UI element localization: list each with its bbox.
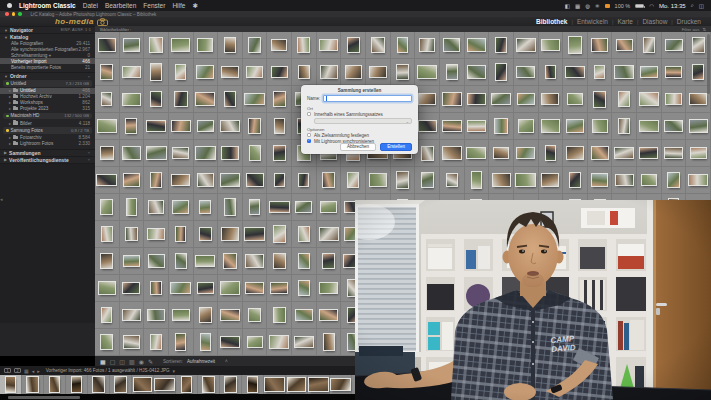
grid-photo-cell[interactable] <box>95 113 120 140</box>
filmstrip-cell[interactable] <box>22 375 44 394</box>
sync-lightroom-checkbox[interactable]: ✓ <box>307 139 311 143</box>
grid-photo-cell[interactable] <box>144 248 169 275</box>
grid-photo-cell[interactable] <box>637 59 662 86</box>
grid-photo-cell[interactable] <box>243 221 268 248</box>
grid-photo-cell[interactable] <box>317 194 342 221</box>
menu-item-bearbeiten[interactable]: Bearbeiten <box>105 2 136 9</box>
grid-photo-cell[interactable] <box>243 113 268 140</box>
grid-photo-cell[interactable] <box>563 32 588 59</box>
grid-photo-cell[interactable] <box>292 221 317 248</box>
grid-photo-cell[interactable] <box>169 167 194 194</box>
add-publish-service-button[interactable]: ＋ <box>87 157 91 162</box>
grid-photo-cell[interactable] <box>120 140 145 167</box>
sort-direction-icon[interactable]: ˄ <box>225 359 228 364</box>
grid-photo-cell[interactable] <box>292 59 317 86</box>
grid-photo-cell[interactable] <box>218 248 243 275</box>
grid-photo-cell[interactable] <box>391 32 416 59</box>
grid-photo-cell[interactable] <box>267 32 292 59</box>
folder-row[interactable]: ▸Lightroom Fotos2.330 <box>0 141 95 147</box>
grid-photo-cell[interactable] <box>341 32 366 59</box>
spotlight-icon[interactable]: ⌕ <box>691 2 694 9</box>
people-view-button[interactable]: ◉ <box>139 358 144 365</box>
grid-photo-cell[interactable] <box>120 86 145 113</box>
grid-photo-cell[interactable] <box>243 248 268 275</box>
grid-photo-cell[interactable] <box>243 302 268 329</box>
grid-photo-cell[interactable] <box>144 302 169 329</box>
grid-photo-cell[interactable] <box>169 59 194 86</box>
grid-photo-cell[interactable] <box>292 167 317 194</box>
loupe-view-button[interactable]: ▢ <box>110 358 116 365</box>
grid-photo-cell[interactable] <box>563 113 588 140</box>
menu-item-hilfe[interactable]: Hilfe <box>172 2 185 9</box>
grid-photo-cell[interactable] <box>317 302 342 329</box>
grid-photo-cell[interactable] <box>120 221 145 248</box>
folder-row[interactable]: ▸Projekte 2023315 <box>0 106 95 112</box>
filmstrip-cell[interactable] <box>220 375 242 394</box>
filter-preset-value[interactable]: Filter aus <box>682 27 700 32</box>
grid-photo-cell[interactable] <box>120 32 145 59</box>
grid-photo-cell[interactable] <box>218 302 243 329</box>
grid-photo-cell[interactable] <box>95 275 120 302</box>
grid-photo-cell[interactable] <box>144 86 169 113</box>
filmstrip-cell[interactable] <box>308 375 330 394</box>
grid-photo-cell[interactable] <box>292 194 317 221</box>
grid-photo-cell[interactable] <box>144 194 169 221</box>
grid-photo-cell[interactable] <box>120 248 145 275</box>
grid-photo-cell[interactable] <box>539 86 564 113</box>
grid-photo-cell[interactable] <box>366 59 391 86</box>
grid-photo-cell[interactable] <box>194 221 219 248</box>
volume-row[interactable]: Macintosh HD132 / 500 GB <box>3 113 92 120</box>
grid-photo-cell[interactable] <box>489 140 514 167</box>
module-karte[interactable]: Karte <box>617 18 633 25</box>
grid-photo-cell[interactable] <box>120 329 145 356</box>
flag-icon[interactable] <box>605 4 610 8</box>
back-arrow-icon[interactable]: ◂ <box>32 368 35 374</box>
grid-photo-cell[interactable] <box>169 86 194 113</box>
grid-photo-cell[interactable] <box>243 329 268 356</box>
grid-photo-cell[interactable] <box>95 248 120 275</box>
grid-photo-cell[interactable] <box>588 140 613 167</box>
grid-photo-cell[interactable] <box>440 59 465 86</box>
filmstrip-cell[interactable] <box>110 375 132 394</box>
grid-photo-cell[interactable] <box>563 167 588 194</box>
status-icon-3[interactable]: ◍ <box>585 3 590 9</box>
survey-view-button[interactable]: ▥ <box>129 358 135 365</box>
grid-photo-cell[interactable] <box>95 302 120 329</box>
grid-photo-cell[interactable] <box>391 167 416 194</box>
menu-app-name[interactable]: Lightroom Classic <box>19 2 76 9</box>
grid-shortcut-icon[interactable]: ▦ <box>24 368 29 374</box>
grid-photo-cell[interactable] <box>144 329 169 356</box>
grid-photo-cell[interactable] <box>612 59 637 86</box>
grid-photo-cell[interactable] <box>267 275 292 302</box>
grid-photo-cell[interactable] <box>317 59 342 86</box>
ordner-panel-header[interactable]: ▼ Ordner ＋ <box>0 72 95 79</box>
create-button[interactable]: Erstellen <box>380 143 412 151</box>
target-collection-checkbox[interactable] <box>307 133 311 137</box>
grid-photo-cell[interactable] <box>465 86 490 113</box>
grid-photo-cell[interactable] <box>194 329 219 356</box>
painter-tool-icon[interactable]: ✎ <box>148 358 153 365</box>
grid-photo-cell[interactable] <box>120 275 145 302</box>
grid-photo-cell[interactable] <box>267 86 292 113</box>
grid-photo-cell[interactable] <box>169 302 194 329</box>
minimize-window-button[interactable] <box>12 12 16 16</box>
grid-photo-cell[interactable] <box>194 32 219 59</box>
grid-photo-cell[interactable] <box>686 167 711 194</box>
grid-photo-cell[interactable] <box>218 86 243 113</box>
grid-photo-cell[interactable] <box>465 113 490 140</box>
filmstrip-cell[interactable] <box>154 375 176 394</box>
grid-photo-cell[interactable] <box>267 140 292 167</box>
sort-value[interactable]: Aufnahmezeit <box>187 359 215 364</box>
grid-photo-cell[interactable] <box>563 86 588 113</box>
grid-photo-cell[interactable] <box>169 32 194 59</box>
menu-item-fenster[interactable]: Fenster <box>143 2 165 9</box>
grid-photo-cell[interactable] <box>662 32 687 59</box>
grid-photo-cell[interactable] <box>415 113 440 140</box>
grid-photo-cell[interactable] <box>563 140 588 167</box>
filmstrip-cell[interactable] <box>44 375 66 394</box>
grid-photo-cell[interactable] <box>218 221 243 248</box>
grid-photo-cell[interactable] <box>267 167 292 194</box>
katalog-panel-header[interactable]: ▼ Katalog <box>0 33 95 40</box>
status-icon-2[interactable]: ▦ <box>575 3 580 9</box>
grid-photo-cell[interactable] <box>169 140 194 167</box>
